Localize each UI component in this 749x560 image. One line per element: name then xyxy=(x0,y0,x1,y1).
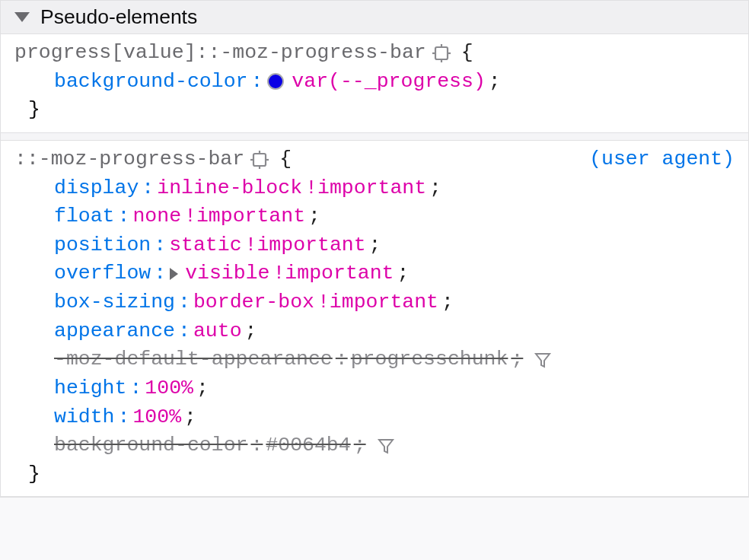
css-priority: !important xyxy=(184,202,305,231)
brace-close: } xyxy=(14,460,735,489)
css-value[interactable]: visible xyxy=(185,259,269,288)
css-property[interactable]: -moz-default-appearance xyxy=(54,345,333,374)
css-property[interactable]: float xyxy=(54,202,115,231)
svg-rect-0 xyxy=(435,47,448,59)
css-value[interactable]: #0064b4 xyxy=(266,431,350,460)
css-value[interactable]: 100% xyxy=(145,374,193,403)
css-declaration[interactable]: display: inline-block !important; xyxy=(14,174,735,203)
selector-highlighter-icon[interactable] xyxy=(432,44,451,62)
color-swatch[interactable] xyxy=(267,73,284,90)
css-selector[interactable]: progress[value]::-moz-progress-bar xyxy=(14,39,426,68)
filter-icon[interactable] xyxy=(377,437,395,455)
css-value[interactable]: border-box xyxy=(193,288,314,317)
css-value[interactable]: var(--_progress) xyxy=(292,68,485,97)
css-value[interactable]: inline-block xyxy=(157,174,302,203)
css-declaration[interactable]: background-color: var(--_progress); xyxy=(14,68,735,97)
stylesheet-source-link[interactable]: (user agent) xyxy=(589,145,735,174)
css-property[interactable]: box-sizing xyxy=(54,288,175,317)
css-priority: !important xyxy=(273,259,394,288)
css-rule: ::-moz-progress-bar { (user agent) displ… xyxy=(1,141,748,498)
selector-line: ::-moz-progress-bar { (user agent) xyxy=(14,145,735,174)
css-property[interactable]: appearance xyxy=(54,317,175,346)
css-priority: !important xyxy=(305,174,426,203)
css-property[interactable]: position xyxy=(54,231,151,260)
css-property[interactable]: overflow xyxy=(54,259,151,288)
selector-line: progress[value]::-moz-progress-bar { xyxy=(14,39,735,68)
expand-shorthand-icon[interactable] xyxy=(170,268,178,280)
css-value[interactable]: auto xyxy=(193,317,242,346)
css-declaration[interactable]: height: 100%; xyxy=(14,374,735,403)
css-value[interactable]: static xyxy=(169,231,241,260)
css-declaration[interactable]: appearance: auto; xyxy=(14,317,735,346)
css-declaration[interactable]: width: 100%; xyxy=(14,403,735,432)
filter-icon[interactable] xyxy=(534,351,552,369)
css-property[interactable]: width xyxy=(54,403,115,432)
css-declaration[interactable]: position: static !important; xyxy=(14,231,735,260)
css-declaration[interactable]: box-sizing: border-box !important; xyxy=(14,288,735,317)
brace-open: { xyxy=(461,39,473,68)
css-property[interactable]: background-color xyxy=(54,431,247,460)
css-value[interactable]: 100% xyxy=(132,403,181,432)
pseudo-elements-header[interactable]: Pseudo-elements xyxy=(1,1,748,34)
css-rule: progress[value]::-moz-progress-bar { bac… xyxy=(1,34,748,133)
css-value[interactable]: none xyxy=(132,202,181,231)
css-property[interactable]: background-color xyxy=(54,68,247,97)
svg-rect-5 xyxy=(253,154,266,166)
css-priority: !important xyxy=(245,231,366,260)
rule-separator xyxy=(1,133,748,141)
styles-panel: Pseudo-elements progress[value]::-moz-pr… xyxy=(0,0,749,498)
brace-close: } xyxy=(14,96,735,125)
selector-highlighter-icon[interactable] xyxy=(250,151,269,169)
css-declaration[interactable]: overflow: visible !important; xyxy=(14,259,735,288)
section-title: Pseudo-elements xyxy=(40,5,197,29)
chevron-down-icon xyxy=(14,12,30,22)
css-declaration[interactable]: background-color: #0064b4; xyxy=(14,431,735,460)
brace-open: { xyxy=(279,145,292,174)
css-property[interactable]: height xyxy=(54,374,126,403)
css-declaration[interactable]: float: none !important; xyxy=(14,202,735,231)
css-selector[interactable]: ::-moz-progress-bar xyxy=(14,145,244,174)
css-value[interactable]: progresschunk xyxy=(351,345,508,374)
css-property[interactable]: display xyxy=(54,174,139,203)
css-declaration[interactable]: -moz-default-appearance: progresschunk; xyxy=(14,345,735,374)
css-priority: !important xyxy=(317,288,438,317)
